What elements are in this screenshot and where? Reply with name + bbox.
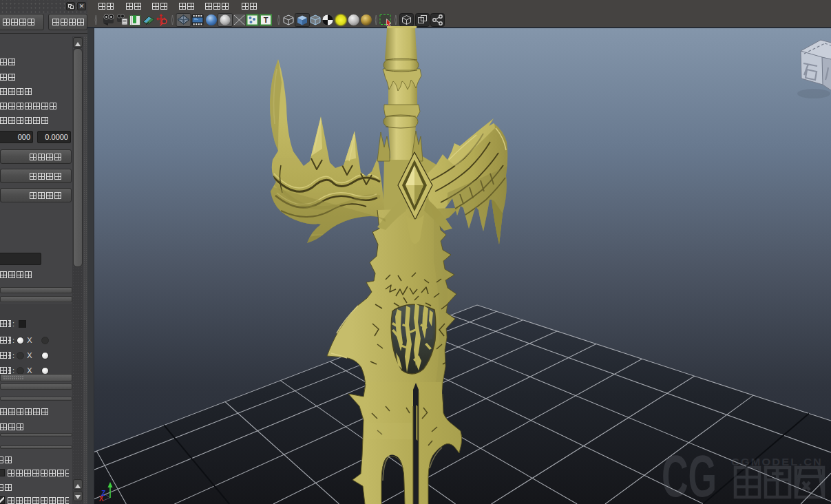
- svg-text:CGMODEL.CN: CGMODEL.CN: [731, 456, 823, 468]
- svg-text:T: T: [264, 16, 269, 24]
- svg-text:X: X: [99, 495, 104, 503]
- svg-text:CG: CG: [662, 443, 717, 504]
